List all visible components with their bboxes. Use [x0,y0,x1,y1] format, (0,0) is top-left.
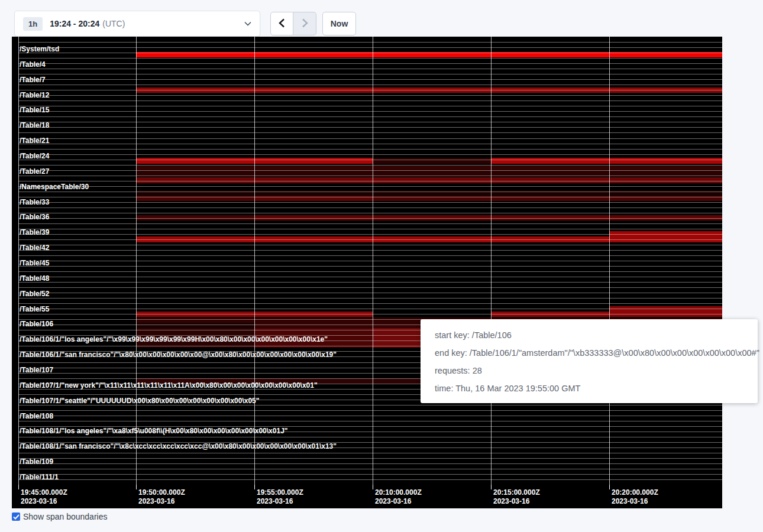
axis-time-label: 19:50:00.000Z [138,488,185,497]
row-label: /Table/107/1/"seattle"/"UUUUUUD\x00\x80\… [20,397,259,405]
span-boundary-line [18,90,722,90]
row-label: /Table/21 [20,137,49,145]
axis-time-label: 19:45:00.000Z [21,488,67,497]
axis-tick [254,485,255,489]
span-boundary-line [18,111,722,112]
axis-tick [609,485,610,489]
row-label: /Table/108/1/"san francisco"/"\x8c\xcc\x… [20,442,337,450]
row-label: /Table/52 [20,290,49,298]
time-gridline [373,37,373,485]
span-boundary-line [18,261,722,261]
heatmap-band [609,158,722,164]
span-boundary-line [18,229,722,229]
span-boundary-line [18,192,722,192]
row-label: /Table/106/1/"san francisco"/"\x80\x00\x… [20,351,337,359]
next-button[interactable] [293,12,316,35]
span-boundary-line [18,170,722,171]
span-boundary-line [18,132,722,133]
time-range-selector[interactable]: 1h 19:24 - 20:24 (UTC) [14,11,260,37]
span-boundaries-checkbox[interactable] [12,512,20,521]
axis-tick [373,485,373,489]
heatmap-canvas[interactable]: /System/tsd/Table/4/Table/7/Table/12/Tab… [12,37,722,508]
tooltip: start key: /Table/106 end key: /Table/10… [421,319,758,403]
span-boundary-line [18,181,722,181]
time-gridline [491,37,492,485]
row-label: /Table/55 [20,305,49,313]
row-label: /Table/12 [20,91,49,99]
time-range-text: 19:24 - 20:24 [50,19,99,28]
tooltip-time: time: Thu, 16 Mar 2023 19:55:00 GMT [435,384,743,393]
axis-date-label: 2023-03-16 [375,497,411,505]
span-boundary-line [18,277,722,277]
row-label: /Table/107 [20,366,53,374]
span-boundary-line [18,47,722,48]
heatmap-band [254,323,373,328]
span-boundary-line [18,474,722,475]
span-boundary-line [18,154,722,155]
axis-tick [18,485,19,489]
row-label: /Table/107/1/"new york"/"\x11\x11\x11\x1… [20,381,318,390]
row-label: /Table/18 [20,121,49,129]
span-boundary-line [18,250,722,251]
span-boundary-line [18,53,722,53]
axis-date-label: 2023-03-16 [21,497,57,505]
row-label: /Table/45 [20,259,49,267]
span-boundary-line [18,95,722,96]
span-boundary-line [18,100,722,101]
prev-button[interactable] [270,12,293,35]
now-button[interactable]: Now [322,12,356,35]
row-label: /Table/33 [20,198,49,206]
span-boundary-line [18,176,722,176]
heatmap-plot: /System/tsd/Table/4/Table/7/Table/12/Tab… [12,37,722,485]
span-boundary-line [18,63,722,64]
span-boundary-line [18,186,722,187]
row-label: /Table/39 [20,228,49,236]
span-boundary-line [18,160,722,160]
axis-date-label: 2023-03-16 [493,497,529,505]
span-boundary-line [18,282,722,283]
row-label: /Table/106/1/"los angeles"/"\x99\x99\x99… [20,335,328,343]
axis-time-label: 19:55:00.000Z [257,488,303,497]
checkmark-icon [13,511,20,522]
time-gridline [254,37,255,485]
axis-time-label: 20:20:00.000Z [612,488,658,497]
row-label: /Table/108/1/"los angeles"/"\xa8\xf5\u00… [20,427,288,435]
heatmap-band [136,317,254,323]
row-label: /Table/24 [20,152,49,160]
span-boundary-line [18,149,722,150]
span-boundary-line [18,469,722,469]
row-label: /Table/106 [20,320,53,328]
span-boundary-line [18,453,722,453]
span-boundary-line [18,85,722,85]
axis-date-label: 2023-03-16 [138,497,174,505]
row-label: /Table/111/1 [20,473,59,481]
row-label: /Table/48 [20,274,49,283]
span-boundary-line [18,122,722,122]
span-boundary-line [18,42,722,43]
heatmap-band [136,158,254,164]
span-boundary-line [18,309,722,309]
time-gridline [18,37,19,485]
span-boundary-line [18,405,722,406]
span-boundary-line [18,144,722,144]
chevron-left-icon [279,18,285,30]
span-boundary-line [18,303,722,304]
span-boundary-line [18,138,722,139]
span-boundary-line [18,245,722,245]
span-boundary-line [18,314,722,314]
time-gridline [609,37,610,485]
tooltip-end-key: end key: /Table/106/1/"amsterdam"/"\xb33… [435,348,743,358]
span-boundary-line [18,458,722,459]
time-range-chip: 1h [23,17,43,31]
axis-date-label: 2023-03-16 [257,497,293,505]
span-boundary-line [18,479,722,480]
span-boundary-line [18,255,722,256]
span-boundary-line [18,463,722,464]
row-label: /Table/15 [20,106,49,114]
row-label: /Table/27 [20,167,49,176]
heatmap-time-axis: 19:45:00.000Z2023-03-1619:50:00.000Z2023… [12,485,722,508]
time-range-zone: (UTC) [102,19,125,28]
tooltip-start-key: start key: /Table/106 [435,330,743,340]
chevron-right-icon [302,18,308,30]
row-label: /Table/109 [20,458,53,466]
